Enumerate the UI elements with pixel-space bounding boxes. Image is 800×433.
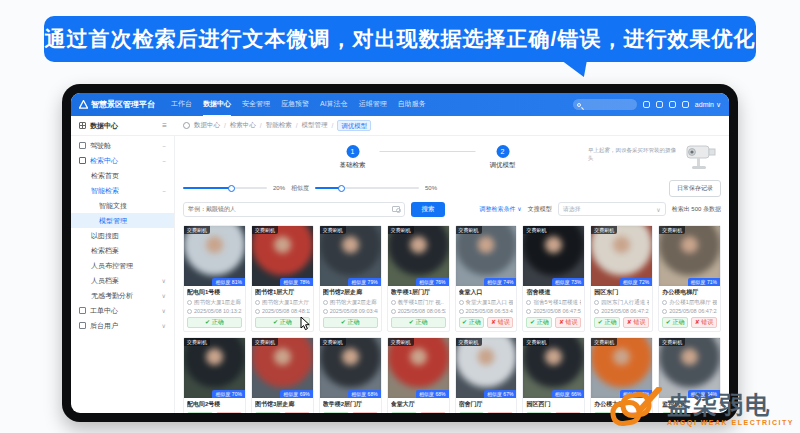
sidebar-item-7[interactable]: 检索档案: [71, 243, 174, 258]
capture-photo[interactable]: 交费刷机相似度 73%: [523, 226, 584, 286]
card-timestamp: 2025/05/08 08:06:53: [391, 308, 446, 314]
capture-photo[interactable]: 交费刷机相似度 76%: [388, 226, 449, 286]
result-card-0[interactable]: 交费刷机相似度 81%配电间1号楼图书馆大厦1层走廊 视..2025/05/08…: [183, 225, 246, 332]
wrong-button[interactable]: ✘ 错误: [487, 412, 513, 413]
nav-item-4[interactable]: AI算法仓: [320, 93, 348, 117]
breadcrumb-item-4[interactable]: 调优模型: [337, 120, 371, 131]
similarity-label: 相似度: [291, 184, 309, 193]
sidebar-item-10[interactable]: 无感考勤分析∨: [71, 288, 174, 303]
sidebar-item-1[interactable]: 检索中心−: [71, 153, 174, 168]
card-body: 园区西门✔ 正确✘ 错误: [523, 398, 584, 413]
correct-button[interactable]: ✔ 正确: [255, 412, 281, 413]
wrong-button[interactable]: ✘ 错误: [555, 412, 581, 413]
sidebar-item-6[interactable]: 以图搜图: [71, 228, 174, 243]
capture-photo[interactable]: 交费刷机相似度 81%: [184, 226, 245, 286]
result-card-10[interactable]: 交费刷机相似度 68%教学楼2层门厅✔ 正确✘ 错误: [319, 337, 382, 413]
capture-photo[interactable]: 交费刷机相似度 68%: [320, 338, 381, 398]
result-card-7[interactable]: 交费刷机相似度 71%办公楼电梯厅办公楼1层电梯厅 视..2025/05/08 …: [658, 225, 721, 332]
sidebar-item-3[interactable]: 智能检索−: [71, 183, 174, 198]
correct-button[interactable]: ✔ 正确: [526, 412, 552, 413]
wrong-button[interactable]: ✘ 错误: [352, 412, 378, 413]
capture-photo[interactable]: 交费刷机相似度 66%: [523, 338, 584, 398]
correct-button[interactable]: ✔ 正确: [391, 317, 446, 328]
similarity-slider-min[interactable]: [183, 187, 267, 189]
wrong-button[interactable]: ✘ 错误: [623, 317, 649, 328]
fullscreen-icon[interactable]: [643, 101, 650, 108]
adjust-conditions-link[interactable]: 调整检索条件 ∨: [480, 205, 522, 214]
sidebar-item-9[interactable]: 人员档案∨: [71, 273, 174, 288]
card-location: 宿舍5号楼1层楼道 视..: [526, 299, 581, 306]
event-type-badge: 交费刷机: [591, 226, 617, 234]
correct-button[interactable]: ✔ 正确: [187, 412, 213, 413]
capture-photo[interactable]: 交费刷机相似度 68%: [388, 338, 449, 398]
capture-photo[interactable]: 交费刷机相似度 74%: [456, 226, 517, 286]
sidebar-item-2[interactable]: 检索首页: [71, 168, 174, 183]
sidebar-item-12[interactable]: 后台用户∨: [71, 318, 174, 333]
collapse-sidebar-icon[interactable]: ≡: [162, 121, 167, 130]
message-icon[interactable]: [656, 101, 663, 108]
breadcrumb-item-3[interactable]: 模型管理: [301, 121, 327, 130]
alert-icon[interactable]: [669, 101, 676, 108]
nav-item-6[interactable]: 自助服务: [398, 93, 426, 117]
sidebar-item-11[interactable]: 工单中心∨: [71, 303, 174, 318]
capture-photo[interactable]: 交费刷机相似度 78%: [252, 226, 313, 286]
nav-item-2[interactable]: 安全管理: [242, 93, 270, 117]
correct-button[interactable]: ✔ 正确: [459, 317, 485, 328]
result-card-4[interactable]: 交费刷机相似度 74%食堂入口食堂大厦1层入口 视..2025/05/08 06…: [455, 225, 518, 332]
correct-button[interactable]: ✔ 正确: [459, 412, 485, 413]
nav-item-1[interactable]: 数据中心: [203, 93, 231, 117]
breadcrumb-item-1[interactable]: 检索中心: [230, 121, 256, 130]
wrong-button[interactable]: ✘ 错误: [555, 317, 581, 328]
search-button[interactable]: 搜索: [411, 202, 445, 217]
refresh-icon[interactable]: [183, 122, 190, 129]
model-select[interactable]: 请选择 ∨: [558, 202, 666, 216]
sidebar-item-5[interactable]: 模型管理: [71, 213, 174, 228]
text-search-input[interactable]: [188, 206, 392, 212]
result-card-1[interactable]: 交费刷机相似度 78%图书馆1层大厅图书馆大厦1层大厅 视..2025/05/0…: [251, 225, 314, 332]
nav-item-3[interactable]: 应急预警: [281, 93, 309, 117]
blurred-person-image: [523, 226, 584, 286]
breadcrumb-item-0[interactable]: 数据中心: [194, 121, 220, 130]
capture-photo[interactable]: 交费刷机相似度 67%: [456, 338, 517, 398]
correct-button[interactable]: ✔ 正确: [187, 317, 242, 328]
result-card-3[interactable]: 交费刷机相似度 76%教学楼1层门厅教学楼1层门厅 视..2025/05/08 …: [387, 225, 450, 332]
navbar-search-input[interactable]: [573, 99, 637, 110]
image-search-icon[interactable]: [392, 206, 400, 212]
breadcrumb-item-2[interactable]: 智能检索: [266, 121, 292, 130]
user-menu[interactable]: admin ∨: [695, 101, 721, 109]
wrong-button[interactable]: ✘ 错误: [487, 317, 513, 328]
nav-item-5[interactable]: 运维管理: [359, 93, 387, 117]
correct-button[interactable]: ✔ 正确: [323, 317, 378, 328]
wrong-button[interactable]: ✘ 错误: [284, 412, 310, 413]
correct-button[interactable]: ✔ 正确: [323, 412, 349, 413]
sidebar-item-4[interactable]: 智能文搜: [71, 198, 174, 213]
save-log-button[interactable]: 日常保存记录: [669, 180, 721, 197]
capture-photo[interactable]: 交费刷机相似度 79%: [320, 226, 381, 286]
result-card-2[interactable]: 交费刷机相似度 79%图书馆2层走廊图书馆大厦2层走廊 视..2025/05/0…: [319, 225, 382, 332]
wrong-button[interactable]: ✘ 错误: [216, 412, 242, 413]
result-card-8[interactable]: 交费刷机相似度 70%配电间2号楼✔ 正确✘ 错误: [183, 337, 246, 413]
correct-button[interactable]: ✔ 正确: [662, 317, 688, 328]
result-card-12[interactable]: 交费刷机相似度 67%宿舍门厅✔ 正确✘ 错误: [455, 337, 518, 413]
sidebar-item-8[interactable]: 人员布控管理: [71, 258, 174, 273]
result-card-5[interactable]: 交费刷机相似度 73%宿舍楼道宿舍5号楼1层楼道 视..2025/05/08 0…: [522, 225, 585, 332]
sidebar-item-0[interactable]: 驾驶舱−: [71, 138, 174, 153]
similarity-badge: 相似度 81%: [212, 278, 244, 286]
result-card-6[interactable]: 交费刷机相似度 72%园区东门园区东门人行通道 视..2025/05/08 06…: [590, 225, 653, 332]
capture-photo[interactable]: 交费刷机相似度 72%: [591, 226, 652, 286]
capture-photo[interactable]: 交费刷机相似度 71%: [659, 226, 720, 286]
wrong-button[interactable]: ✘ 错误: [420, 412, 446, 413]
capture-photo[interactable]: 交费刷机相似度 69%: [252, 338, 313, 398]
nav-item-0[interactable]: 工作台: [171, 93, 192, 117]
settings-icon[interactable]: [682, 101, 689, 108]
result-card-11[interactable]: 交费刷机相似度 68%食堂大厅✔ 正确✘ 错误: [387, 337, 450, 413]
correct-button[interactable]: ✔ 正确: [526, 317, 552, 328]
correct-button[interactable]: ✔ 正确: [594, 317, 620, 328]
app-body: 驾驶舱−检索中心−检索首页智能检索−智能文搜模型管理以图搜图检索档案人员布控管理…: [71, 136, 729, 413]
similarity-slider-max[interactable]: [315, 187, 419, 189]
wrong-button[interactable]: ✘ 错误: [691, 317, 717, 328]
result-card-9[interactable]: 交费刷机相似度 69%图书馆3层走廊✔ 正确✘ 错误: [251, 337, 314, 413]
correct-button[interactable]: ✔ 正确: [391, 412, 417, 413]
result-card-13[interactable]: 交费刷机相似度 66%园区西门✔ 正确✘ 错误: [522, 337, 585, 413]
capture-photo[interactable]: 交费刷机相似度 70%: [184, 338, 245, 398]
